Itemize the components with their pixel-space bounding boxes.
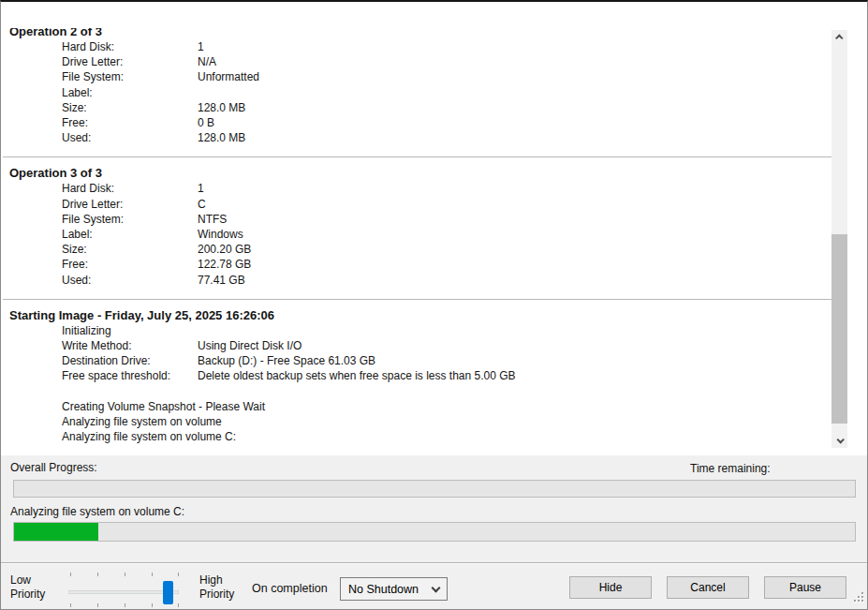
slider-tick <box>125 573 125 576</box>
field-value: 122.78 GB <box>198 257 848 272</box>
cancel-button[interactable]: Cancel <box>667 576 749 599</box>
slider-tick <box>70 603 71 607</box>
priority-slider-track[interactable] <box>68 590 179 594</box>
chevron-up-icon <box>835 34 843 41</box>
log-row: Drive Letter: N/A <box>1 54 848 69</box>
chevron-down-icon <box>836 436 844 443</box>
log-row: Write Method: Using Direct Disk I/O <box>1 338 848 353</box>
log-row: Hard Disk: 1 <box>1 181 848 196</box>
overall-progress-bar <box>13 480 856 498</box>
log-message: Creating Volume Snapshot - Please Wait <box>1 399 848 414</box>
log-row: Destination Drive: Backup (D:) - Free Sp… <box>1 353 848 368</box>
log-row: Used: 77.41 GB <box>1 273 848 288</box>
log-row: Used: 128.0 MB <box>1 130 848 145</box>
log-message: Analyzing file system on volume C: <box>1 429 848 444</box>
field-value: 1 <box>198 39 848 54</box>
field-label: Used: <box>62 273 198 288</box>
operation-3-heading: Operation 3 of 3 <box>1 165 848 181</box>
footer-bar: Low Priority High Priority On completion… <box>1 562 867 609</box>
log-row: Label: Windows <box>1 227 848 242</box>
slider-tick <box>97 603 98 607</box>
starting-image-heading: Starting Image - Friday, July 25, 2025 1… <box>1 307 848 323</box>
slider-tick <box>97 573 98 576</box>
field-label: Free space threshold: <box>62 368 198 383</box>
slider-tick <box>178 603 179 607</box>
slider-tick <box>152 603 153 607</box>
log-row: Free space threshold: Delete oldest back… <box>1 368 848 383</box>
slider-tick <box>178 573 179 576</box>
field-value: 128.0 MB <box>198 100 848 115</box>
log-row: Hard Disk: 1 <box>1 39 848 54</box>
field-value: Backup (D:) - Free Space 61.03 GB <box>198 353 848 368</box>
operation-2-heading: Operation 2 of 3 <box>1 28 848 39</box>
log-row: Drive Letter: C <box>1 197 848 212</box>
field-label: Used: <box>62 130 198 145</box>
chevron-down-icon <box>432 583 441 592</box>
log-panel: Operation 2 of 3 Hard Disk: 1 Drive Lett… <box>1 2 867 455</box>
scrollbar-down-button[interactable] <box>831 433 847 448</box>
field-label: Label: <box>62 227 198 242</box>
field-label: Hard Disk: <box>62 181 198 196</box>
field-value: N/A <box>198 54 848 69</box>
current-task-progress-bar <box>13 522 856 542</box>
backup-progress-dialog: Operation 2 of 3 Hard Disk: 1 Drive Lett… <box>0 0 868 610</box>
current-task-label: Analyzing file system on volume C: <box>10 505 184 518</box>
field-label: Size: <box>62 100 198 115</box>
field-value <box>198 85 848 100</box>
high-priority-label: High Priority <box>199 573 246 602</box>
field-label: Free: <box>62 115 198 130</box>
current-task-progress-fill <box>14 523 98 541</box>
dropdown-selected-value: No Shutdown <box>348 583 433 596</box>
field-label: Destination Drive: <box>62 353 198 368</box>
field-value: 1 <box>198 181 848 196</box>
field-value: 128.0 MB <box>198 130 848 145</box>
field-label: Free: <box>62 257 198 272</box>
resize-grip[interactable] <box>852 590 864 603</box>
field-label: File System: <box>62 212 198 227</box>
log-content: Operation 2 of 3 Hard Disk: 1 Drive Lett… <box>1 28 848 444</box>
priority-slider-thumb[interactable] <box>163 581 173 604</box>
field-value: Windows <box>198 227 848 242</box>
field-label: Hard Disk: <box>62 39 198 54</box>
scrollbar-up-button[interactable] <box>831 30 847 45</box>
overall-progress-label: Overall Progress: <box>10 461 97 474</box>
field-label: File System: <box>62 69 198 84</box>
pause-button[interactable]: Pause <box>764 576 846 599</box>
status-line: Initializing <box>1 323 848 338</box>
log-viewport[interactable]: Operation 2 of 3 Hard Disk: 1 Drive Lett… <box>1 28 848 450</box>
log-blank-line <box>1 384 848 399</box>
log-message: Analyzing file system on volume <box>1 414 848 429</box>
field-value: NTFS <box>198 212 848 227</box>
hide-button[interactable]: Hide <box>569 576 652 599</box>
field-value: 0 B <box>198 115 848 130</box>
field-value: C <box>198 197 848 212</box>
field-label: Size: <box>62 242 198 257</box>
field-value: 200.20 GB <box>198 242 848 257</box>
field-label: Drive Letter: <box>62 54 198 69</box>
scrollbar-thumb[interactable] <box>831 234 847 424</box>
field-value: 77.41 GB <box>198 273 848 288</box>
field-label: Label: <box>62 85 198 100</box>
slider-tick <box>152 573 153 576</box>
low-priority-label: Low Priority <box>10 573 53 602</box>
slider-tick <box>70 573 71 576</box>
field-label: Write Method: <box>62 338 198 353</box>
log-row: Size: 128.0 MB <box>1 100 848 115</box>
log-row: Size: 200.20 GB <box>1 242 848 257</box>
log-row: Label: <box>1 85 848 100</box>
log-scrollbar[interactable] <box>831 30 847 448</box>
on-completion-label: On completion <box>252 582 328 596</box>
log-row: Free: 122.78 GB <box>1 257 848 272</box>
field-value: Unformatted <box>198 69 848 84</box>
time-remaining-label: Time remaining: <box>690 462 771 475</box>
on-completion-dropdown[interactable]: No Shutdown <box>340 577 448 601</box>
log-row: File System: Unformatted <box>1 69 848 84</box>
section-divider <box>3 156 833 157</box>
log-row: File System: NTFS <box>1 212 848 227</box>
field-value: Delete oldest backup sets when free spac… <box>198 368 848 383</box>
log-row: Free: 0 B <box>1 115 848 130</box>
slider-tick <box>125 603 125 607</box>
field-value: Using Direct Disk I/O <box>198 338 848 353</box>
field-label: Drive Letter: <box>62 197 198 212</box>
section-divider <box>3 299 833 300</box>
